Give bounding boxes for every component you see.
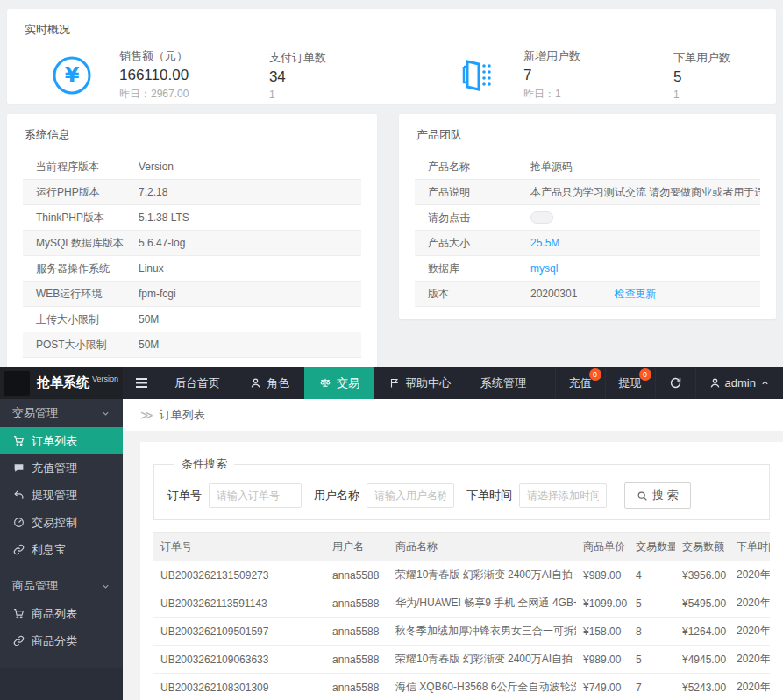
kv-label: ThinkPHP版本 xyxy=(23,211,139,225)
refresh-button[interactable] xyxy=(655,367,695,399)
person-icon xyxy=(709,377,721,389)
sidebar-item-interest[interactable]: 利息宝 xyxy=(0,536,123,563)
table-cell: 荣耀10青春版 幻彩渐变 2400万AI自拍 全网通版4GB+64GB xyxy=(388,646,576,674)
brand-name: 抢单系统Version xyxy=(37,375,118,391)
table-cell: ¥989.00 xyxy=(576,646,629,674)
withdraw-button[interactable]: 提现 0 xyxy=(605,367,655,399)
reply-arrow-icon xyxy=(13,489,25,501)
table-cell: 8 xyxy=(629,618,675,646)
cart-icon xyxy=(13,435,25,446)
stat-value: 166110.00 xyxy=(119,67,217,84)
chevron-down-icon xyxy=(101,582,110,591)
table-row[interactable]: UB2003262108301309anna5588海信 XQB60-H3568… xyxy=(153,674,770,700)
nav-item-home[interactable]: 后台首页 xyxy=(160,367,235,399)
sidebar-header-goods[interactable]: 商品管理 xyxy=(0,572,123,600)
kv-label: 上传大小限制 xyxy=(23,312,139,327)
nav-item-role[interactable]: 角色 xyxy=(235,367,304,399)
kv-row: POST大小限制50M xyxy=(23,332,361,358)
breadcrumb-label: 订单列表 xyxy=(160,407,205,423)
table-cell: 2020年03月26日 2 xyxy=(730,589,770,618)
kv-value: Version xyxy=(139,161,361,173)
product-team-card: 产品团队 产品名称 抢单源码 产品说明 本产品只为学习测试交流 请勿要做商业或者… xyxy=(399,114,776,319)
yen-circle-icon: ¥ xyxy=(51,54,93,96)
stat-label: 新增用户数 xyxy=(523,48,621,64)
do-not-click-toggle[interactable] xyxy=(530,211,553,224)
search-icon xyxy=(637,490,648,502)
username-field-group: 用户名称 xyxy=(314,483,454,508)
kv-row: 服务器操作系统Linux xyxy=(23,256,361,282)
sidebar-item-goods-category[interactable]: 商品分类 xyxy=(0,627,123,654)
sidebar-item-recharge-mgmt[interactable]: 充值管理 xyxy=(0,454,123,482)
table-cell: 荣耀10青春版 幻彩渐变 2400万AI自拍 全网通版4GB+64GB xyxy=(388,561,576,589)
table-cell: UB2003262131509273 xyxy=(153,561,325,589)
table-row[interactable]: UB2003262109501597anna5588秋冬季加绒加厚冲锋衣男女三合… xyxy=(153,618,770,646)
cart-icon xyxy=(13,608,25,619)
sidebar-item-goods-list[interactable]: 商品列表 xyxy=(0,600,123,627)
hamburger-icon[interactable] xyxy=(123,367,160,399)
sidebar-item-withdraw-mgmt[interactable]: 提现管理 xyxy=(0,482,123,509)
table-cell: ¥749.00 xyxy=(576,674,629,700)
brand[interactable]: 抢单系统Version xyxy=(0,367,123,399)
system-info-card: 系统信息 当前程序版本Version运行PHP版本7.2.18ThinkPHP版… xyxy=(7,114,377,370)
new-users-icon xyxy=(455,54,497,96)
username-input[interactable] xyxy=(367,483,454,508)
user-menu[interactable]: admin xyxy=(695,367,783,399)
kv-value: fpm-fcgi xyxy=(139,288,361,300)
nav-item-help[interactable]: 帮助中心 xyxy=(374,367,466,399)
search-button[interactable]: 搜 索 xyxy=(624,482,691,509)
nav-item-system[interactable]: 系统管理 xyxy=(466,367,541,399)
sidebar-item-order-list[interactable]: 订单列表 xyxy=(0,427,123,454)
table-cell: ¥158.00 xyxy=(576,618,629,646)
table-cell: 5 xyxy=(629,589,675,618)
order-no-input[interactable] xyxy=(209,483,302,508)
column-header: 交易数额 xyxy=(675,533,730,561)
table-cell: ¥1264.00 xyxy=(675,618,730,646)
product-team-table: 产品名称 抢单源码 产品说明 本产品只为学习测试交流 请勿要做商业或者用于违法行… xyxy=(415,154,760,307)
kv-row: 产品说明 本产品只为学习测试交流 请勿要做商业或者用于违法行为 一切后果自负 xyxy=(415,180,760,205)
table-cell: 2020年03月26日 2 xyxy=(730,646,770,674)
database-link[interactable]: mysql xyxy=(530,262,558,275)
kv-value: Linux xyxy=(139,262,361,275)
table-cell: 华为/HUAWEI 畅享9 手机 全网通 4GB+128GB xyxy=(388,589,576,618)
kv-label: 运行PHP版本 xyxy=(23,185,139,200)
order-table-head-row: 订单号用户名商品名称商品单价交易数量交易数额下单时间 xyxy=(153,533,770,561)
recharge-button[interactable]: 充值 0 xyxy=(555,367,605,399)
kv-row: 请勿点击 xyxy=(415,205,760,231)
column-header: 下单时间 xyxy=(730,533,770,561)
person-icon xyxy=(250,377,261,389)
kv-row: 上传大小限制50M xyxy=(23,307,361,332)
table-cell: UB2003262113591143 xyxy=(153,589,325,618)
table-row[interactable]: UB2003262131509273anna5588荣耀10青春版 幻彩渐变 2… xyxy=(153,561,770,589)
chevron-down-icon xyxy=(101,409,110,418)
table-cell: anna5588 xyxy=(325,589,388,618)
kv-value: mysql xyxy=(530,262,760,275)
table-cell: ¥3956.00 xyxy=(675,561,730,589)
check-update-link[interactable]: 检查更新 xyxy=(614,288,656,300)
kv-row: MySQL数据库版本5.6.47-log xyxy=(23,231,361,256)
order-time-label: 下单时间 xyxy=(466,488,512,504)
flag-icon xyxy=(389,377,400,389)
kv-value: 本产品只为学习测试交流 请勿要做商业或者用于违法行为 一切后果自负 xyxy=(530,185,760,200)
stat-paid-orders: 支付订单数 34 1 xyxy=(269,50,372,101)
table-row[interactable]: UB2003262113591143anna5588华为/HUAWEI 畅享9 … xyxy=(153,589,770,618)
sidebar-item-trade-control[interactable]: 交易控制 xyxy=(0,509,123,536)
table-row[interactable]: UB2003262109063633anna5588荣耀10青春版 幻彩渐变 2… xyxy=(153,646,770,674)
order-time-input[interactable] xyxy=(519,483,607,508)
table-cell: UB2003262109063633 xyxy=(153,646,325,674)
column-header: 用户名 xyxy=(325,533,388,561)
stat-value: 5 xyxy=(673,68,776,86)
system-info-title: 系统信息 xyxy=(7,114,377,152)
sidebar-header-trade[interactable]: 交易管理 xyxy=(0,399,123,427)
overview-title: 实时概况 xyxy=(7,9,776,46)
sidebar: 交易管理 订单列表 充值管理 提现管理 交易控制 xyxy=(0,399,123,700)
table-cell: ¥5495.00 xyxy=(675,589,730,618)
kv-value: 25.5M xyxy=(530,237,760,249)
kv-label: MySQL数据库版本 xyxy=(23,236,139,251)
column-header: 商品名称 xyxy=(388,533,576,561)
sidebar-section-trade: 交易管理 订单列表 充值管理 提现管理 交易控制 xyxy=(0,399,123,563)
sidebar-section-goods: 商品管理 商品列表 商品分类 xyxy=(0,572,123,654)
table-cell: anna5588 xyxy=(325,646,388,674)
product-size-link[interactable]: 25.5M xyxy=(530,237,559,249)
stat-sub: 昨日：1 xyxy=(523,87,621,102)
nav-item-trade[interactable]: 交易 xyxy=(304,367,374,399)
